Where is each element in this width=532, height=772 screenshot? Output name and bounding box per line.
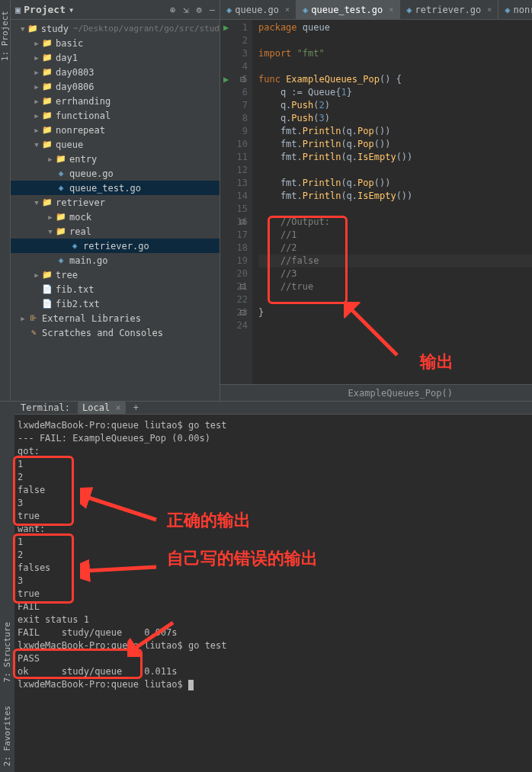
- tree-item-functional[interactable]: ▶📁functional: [11, 108, 220, 123]
- code-line-10[interactable]: fmt.Println(q.Pop()): [258, 138, 532, 151]
- tree-item-queue-go[interactable]: ◈queue.go: [11, 166, 220, 181]
- code-line-4[interactable]: [258, 60, 532, 73]
- project-tool-label[interactable]: 1: Project: [0, 11, 10, 61]
- code-line-19[interactable]: //false: [258, 255, 532, 267]
- breadcrumb[interactable]: ExampleQueues_Pop(): [220, 384, 532, 401]
- terminal-header: Terminal: Local × +: [14, 402, 532, 415]
- terminal-output[interactable]: lxwdeMacBook-Pro:queue liutao$ go test -…: [14, 415, 532, 772]
- left-tool-rail: 1: Project: [0, 0, 11, 401]
- tree-item-queue[interactable]: ▼📁queue: [11, 137, 220, 152]
- tree-item-retriever-go[interactable]: ◈retriever.go: [11, 239, 220, 253]
- tab-nonrepeat[interactable]: ◈nonrepeat×: [498, 0, 532, 19]
- tree-item-study[interactable]: ▼📁study~/Desktop/vagrant/go/src/stud: [11, 21, 220, 36]
- terminal-add-tab[interactable]: +: [133, 402, 139, 413]
- code-line-7[interactable]: q.Push(2): [258, 99, 532, 112]
- project-icon: ▣: [15, 5, 21, 15]
- terminal-panel: 7: Structure 2: Favorites Terminal: Loca…: [0, 401, 532, 772]
- code-line-5[interactable]: func ExampleQueues_Pop() {: [258, 73, 532, 86]
- code-line-11[interactable]: fmt.Println(q.IsEmpty()): [258, 151, 532, 164]
- project-title[interactable]: Project: [24, 4, 66, 15]
- tree-item-entry[interactable]: ▶📁entry: [11, 152, 220, 166]
- code-line-9[interactable]: fmt.Println(q.Pop()): [258, 125, 532, 138]
- tab-queue-test-go[interactable]: ◈queue_test.go×: [296, 0, 400, 19]
- tree-item-tree[interactable]: ▶📁tree: [11, 267, 220, 282]
- collapse-icon[interactable]: ⇲: [183, 5, 188, 15]
- code-line-13[interactable]: fmt.Println(q.Pop()): [258, 177, 532, 190]
- tree-item-day0806[interactable]: ▶📁day0806: [11, 79, 220, 94]
- code-line-21[interactable]: //true: [258, 280, 532, 293]
- code-line-6[interactable]: q := Queue{1}: [258, 86, 532, 99]
- tree-item-nonrepeat[interactable]: ▶📁nonrepeat: [11, 123, 220, 137]
- code-line-23[interactable]: }: [258, 306, 532, 319]
- terminal-title: Terminal:: [21, 402, 70, 413]
- tab-queue-go[interactable]: ◈queue.go×: [220, 0, 296, 19]
- code-line-2[interactable]: [258, 34, 532, 47]
- gear-icon[interactable]: ⚙: [197, 5, 202, 15]
- code-line-16[interactable]: //Output:: [258, 216, 532, 229]
- editor-tabs: ◈queue.go×◈queue_test.go×◈retriever.go×◈…: [220, 0, 532, 20]
- tree-item-retriever[interactable]: ▼📁retriever: [11, 195, 220, 210]
- tree-item-external-libraries[interactable]: ▶⊪External Libraries: [11, 311, 220, 325]
- code-line-15[interactable]: [258, 203, 532, 216]
- tree-item-day0803[interactable]: ▶📁day0803: [11, 65, 220, 79]
- code-line-18[interactable]: //2: [258, 242, 532, 255]
- gutter: ▶1234▶⊟56789101112131415⊟1617181920⊟2122…: [220, 20, 252, 384]
- code-line-8[interactable]: q.Push(3): [258, 112, 532, 125]
- tree-item-mock[interactable]: ▶📁mock: [11, 210, 220, 224]
- tree-item-basic[interactable]: ▶📁basic: [11, 36, 220, 50]
- tab-retriever-go[interactable]: ◈retriever.go×: [400, 0, 498, 19]
- code-line-12[interactable]: [258, 164, 532, 177]
- code-line-14[interactable]: fmt.Println(q.IsEmpty()): [258, 190, 532, 203]
- tree-item-scratches-and-consoles[interactable]: ✎Scratches and Consoles: [11, 325, 220, 340]
- structure-tool-label[interactable]: 7: Structure: [2, 622, 12, 682]
- project-dropdown-icon[interactable]: ▾: [69, 5, 74, 15]
- code-line-22[interactable]: [258, 293, 532, 306]
- code-line-1[interactable]: package queue: [258, 21, 532, 34]
- editor-area: ◈queue.go×◈queue_test.go×◈retriever.go×◈…: [220, 0, 532, 401]
- project-sidebar: ▣ Project ▾ ⊕ ⇲ ⚙ — ▼📁study~/Desktop/vag…: [11, 0, 220, 401]
- tree-item-fib-txt[interactable]: 📄fib.txt: [11, 282, 220, 296]
- hide-icon[interactable]: —: [210, 5, 215, 15]
- bottom-tool-rail: 7: Structure 2: Favorites: [0, 402, 14, 772]
- code-line-24[interactable]: [258, 319, 532, 332]
- file-tree[interactable]: ▼📁study~/Desktop/vagrant/go/src/stud▶📁ba…: [11, 20, 220, 401]
- code-editor[interactable]: package queueimport "fmt"func ExampleQue…: [252, 20, 532, 384]
- tree-item-errhanding[interactable]: ▶📁errhanding: [11, 94, 220, 108]
- favorites-tool-label[interactable]: 2: Favorites: [2, 706, 12, 766]
- anno-output-label: 输出: [420, 355, 453, 368]
- code-line-3[interactable]: import "fmt": [258, 47, 532, 60]
- tree-item-real[interactable]: ▼📁real: [11, 224, 220, 239]
- tree-item-main-go[interactable]: ◈main.go: [11, 253, 220, 267]
- tree-item-fib2-txt[interactable]: 📄fib2.txt: [11, 296, 220, 311]
- tree-item-day1[interactable]: ▶📁day1: [11, 50, 220, 65]
- code-line-20[interactable]: //3: [258, 267, 532, 280]
- project-header: ▣ Project ▾ ⊕ ⇲ ⚙ —: [11, 0, 220, 20]
- tree-item-queue-test-go[interactable]: ◈queue_test.go: [11, 181, 220, 195]
- terminal-tab-local[interactable]: Local ×: [78, 402, 126, 414]
- code-line-17[interactable]: //1: [258, 229, 532, 242]
- target-icon[interactable]: ⊕: [170, 5, 175, 15]
